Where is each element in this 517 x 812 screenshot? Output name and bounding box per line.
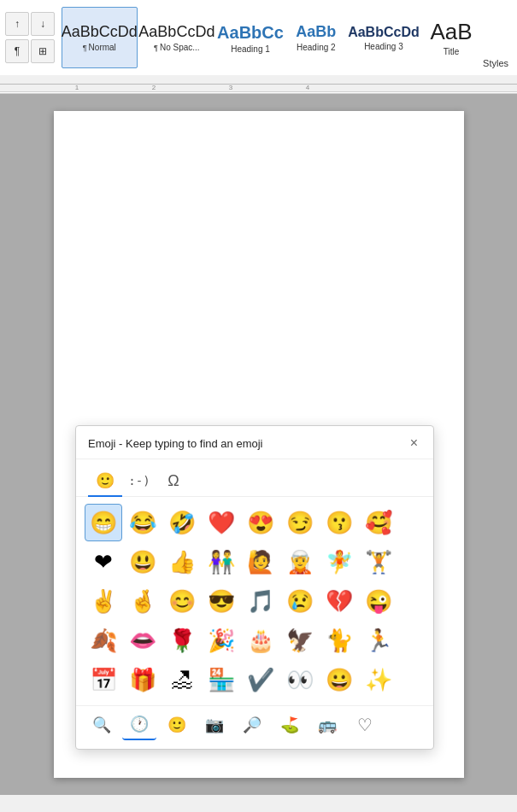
emoji-grid: 😁😂🤣❤️😍😏😗🥰❤😃👍👫🙋🧝🧚🏋✌️🤞😊😎🎵😢💔😜🍂👄🌹🎉🎂🦅🐈🏃📅🎁🏖🏪✔️…: [85, 504, 425, 698]
emoji-cell[interactable]: ❤️: [203, 504, 240, 541]
sort-asc-icon: ↑: [15, 18, 20, 30]
emoji-cell[interactable]: 😎: [203, 582, 240, 620]
emoji-cell[interactable]: 🎵: [242, 582, 279, 620]
grid-button[interactable]: ⊞: [31, 39, 55, 63]
style-heading2-label: Heading 2: [297, 43, 336, 52]
emoji-cell[interactable]: 👄: [124, 622, 162, 659]
emoji-cell[interactable]: 🏖: [163, 661, 201, 698]
style-heading2-preview: AaBb: [296, 23, 336, 42]
style-heading3[interactable]: AaBbCcDd Heading 3: [348, 7, 420, 68]
ruler: 1 2 3 4: [0, 75, 517, 92]
tab-emoji[interactable]: 🙂: [88, 466, 122, 497]
tab-symbols[interactable]: Ω: [156, 466, 191, 497]
ruler-mark-1: 1: [75, 84, 79, 91]
emoji-cell[interactable]: ❤: [85, 543, 122, 581]
footer-flag[interactable]: ⛳: [273, 710, 307, 740]
style-heading1[interactable]: AaBbCc Heading 1: [216, 7, 285, 68]
emoji-cell[interactable]: 🦅: [281, 622, 319, 659]
style-heading1-label: Heading 1: [231, 44, 270, 54]
footer-search[interactable]: 🔍: [85, 710, 119, 740]
emoji-cell[interactable]: 😏: [281, 504, 319, 541]
style-heading3-preview: AaBbCcDd: [348, 24, 420, 40]
emoji-popup: Emoji - Keep typing to find an emoji × 🙂…: [75, 425, 434, 750]
emoji-title: Emoji - Keep typing to find an emoji: [88, 437, 263, 450]
emoji-cell[interactable]: 🧝: [281, 543, 319, 581]
emoji-cell[interactable]: 😢: [281, 582, 319, 620]
footer-camera-icon: 📷: [205, 716, 224, 734]
style-title-label: Title: [444, 47, 460, 56]
paragraph-icon: ¶: [15, 45, 20, 57]
ruler-mark-2: 2: [152, 84, 156, 91]
emoji-cell[interactable]: 😊: [163, 582, 201, 620]
emoji-cell[interactable]: 👀: [281, 661, 319, 698]
style-normal-preview: AaBbCcDd: [62, 23, 138, 42]
emoji-cell[interactable]: 🌹: [163, 622, 201, 659]
footer-search-icon: 🔍: [92, 716, 111, 734]
emoji-cell[interactable]: 🧚: [320, 543, 358, 581]
emoji-cell[interactable]: 🏋: [360, 543, 397, 581]
paragraph-button[interactable]: ¶: [5, 39, 29, 63]
sort-desc-icon: ↓: [40, 18, 45, 30]
style-no-spacing-preview: AaBbCcDd: [138, 23, 214, 42]
sort-desc-button[interactable]: ↓: [31, 12, 55, 36]
footer-camera[interactable]: 📷: [197, 710, 232, 740]
styles-section-label: Styles: [483, 58, 512, 72]
emoji-grid-container: 😁😂🤣❤️😍😏😗🥰❤😃👍👫🙋🧝🧚🏋✌️🤞😊😎🎵😢💔😜🍂👄🌹🎉🎂🦅🐈🏃📅🎁🏖🏪✔️…: [76, 497, 433, 705]
emoji-cell[interactable]: 🏃: [360, 622, 397, 659]
emoji-cell[interactable]: 🎁: [124, 661, 162, 698]
tab-kaomoji[interactable]: :-): [122, 466, 156, 497]
emoji-cell[interactable]: 🤣: [163, 504, 201, 541]
emoji-cell[interactable]: ✔️: [242, 661, 279, 698]
emoji-cell[interactable]: 😜: [360, 582, 397, 620]
emoji-cell[interactable]: 😍: [242, 504, 279, 541]
emoji-header: Emoji - Keep typing to find an emoji ×: [76, 426, 433, 459]
emoji-cell[interactable]: 🏪: [203, 661, 240, 698]
emoji-cell[interactable]: 🙋: [242, 543, 279, 581]
emoji-footer: 🔍 🕐 🙂 📷 🔎 ⛳ 🚌 ♡: [76, 705, 433, 742]
emoji-cell[interactable]: 🎉: [203, 622, 240, 659]
style-title[interactable]: AaB Title: [421, 7, 481, 68]
emoji-cell[interactable]: ✌️: [85, 582, 122, 620]
ribbon: ↑ ↓ ¶ ⊞ AaBbCcDd ¶ Normal: [0, 0, 517, 94]
emoji-cell[interactable]: 😁: [85, 504, 122, 541]
emoji-close-button[interactable]: ×: [407, 435, 421, 452]
footer-recent[interactable]: 🕐: [122, 710, 156, 740]
emoji-cell[interactable]: 👍: [163, 543, 201, 581]
footer-transport[interactable]: 🚌: [310, 710, 344, 740]
emoji-cell[interactable]: 😃: [124, 543, 162, 581]
emoji-cell[interactable]: 😗: [320, 504, 358, 541]
emoji-cell[interactable]: 🤞: [124, 582, 162, 620]
emoji-cell[interactable]: 👫: [203, 543, 240, 581]
emoji-cell[interactable]: 😀: [320, 661, 358, 698]
para-btn-group: ¶ ⊞: [5, 39, 55, 63]
kaomoji-icon: :-): [128, 474, 150, 488]
style-heading2[interactable]: AaBb Heading 2: [286, 7, 346, 68]
footer-smiley[interactable]: 🙂: [160, 710, 194, 740]
style-normal-label: ¶ Normal: [83, 43, 116, 52]
emoji-cell[interactable]: 😂: [124, 504, 162, 541]
emoji-cell[interactable]: 📅: [85, 661, 122, 698]
sort-btn-group: ↑ ↓: [5, 12, 55, 36]
grid-icon: ⊞: [38, 45, 47, 57]
emoji-cell[interactable]: 🐈: [320, 622, 358, 659]
emoji-face-icon: 🙂: [96, 471, 115, 490]
para-mark-2: ¶: [154, 44, 158, 52]
footer-magnify[interactable]: 🔎: [235, 710, 269, 740]
emoji-cell[interactable]: ✨: [360, 661, 397, 698]
emoji-cell[interactable]: 🎂: [242, 622, 279, 659]
emoji-cell[interactable]: 💔: [320, 582, 358, 620]
styles-row: ↑ ↓ ¶ ⊞ AaBbCcDd ¶ Normal: [0, 0, 517, 75]
sort-asc-button[interactable]: ↑: [5, 12, 29, 36]
footer-transport-icon: 🚌: [318, 716, 337, 734]
emoji-tabs: 🙂 :-) Ω: [76, 459, 433, 497]
emoji-cell[interactable]: 🍂: [85, 622, 122, 659]
style-normal[interactable]: AaBbCcDd ¶ Normal: [62, 7, 138, 68]
emoji-cell[interactable]: 🥰: [360, 504, 397, 541]
ruler-inner: 1 2 3 4: [0, 75, 517, 91]
style-heading3-label: Heading 3: [364, 42, 403, 51]
footer-heart[interactable]: ♡: [348, 710, 382, 740]
para-mark: ¶: [83, 44, 87, 52]
footer-recent-icon: 🕐: [130, 715, 149, 733]
style-no-spacing[interactable]: AaBbCcDd ¶ No Spac...: [139, 7, 215, 68]
style-no-spacing-label: ¶ No Spac...: [154, 43, 200, 52]
